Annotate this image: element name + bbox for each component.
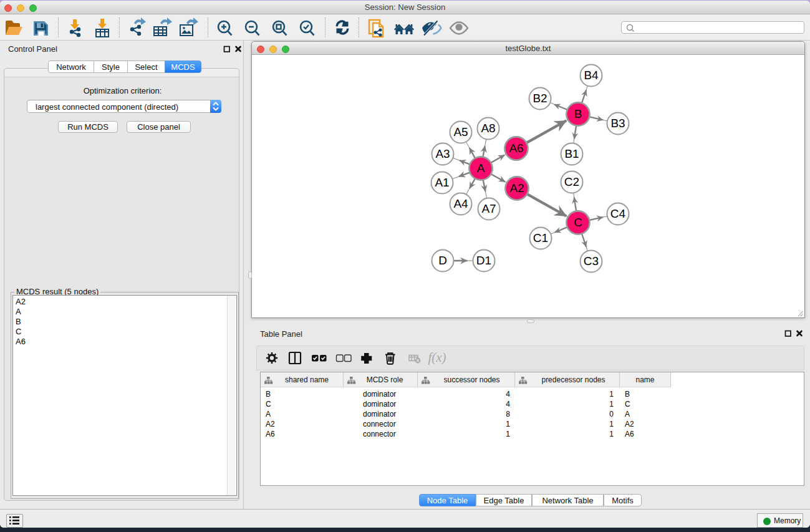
- svg-text:f(x): f(x): [428, 350, 446, 365]
- svg-text:A1: A1: [435, 176, 449, 189]
- svg-text:B4: B4: [584, 69, 599, 82]
- svg-text:A: A: [477, 162, 485, 175]
- svg-text:C2: C2: [564, 175, 579, 188]
- svg-text:C4: C4: [610, 207, 626, 220]
- svg-text:D1: D1: [476, 254, 491, 267]
- svg-text:A5: A5: [453, 125, 468, 138]
- svg-text:D: D: [438, 254, 447, 267]
- svg-text:C1: C1: [533, 231, 548, 244]
- svg-text:A6: A6: [509, 142, 523, 155]
- svg-text:B3: B3: [610, 117, 625, 130]
- svg-text:B: B: [574, 107, 582, 120]
- svg-text:C: C: [574, 216, 582, 229]
- svg-text:A3: A3: [435, 147, 450, 160]
- svg-text:C3: C3: [584, 254, 599, 268]
- svg-text:A4: A4: [453, 197, 468, 210]
- svg-text:A8: A8: [481, 122, 495, 135]
- svg-text:B1: B1: [564, 147, 579, 160]
- svg-text:A2: A2: [509, 181, 524, 195]
- svg-text:B2: B2: [533, 92, 547, 105]
- svg-text:A7: A7: [481, 202, 496, 215]
